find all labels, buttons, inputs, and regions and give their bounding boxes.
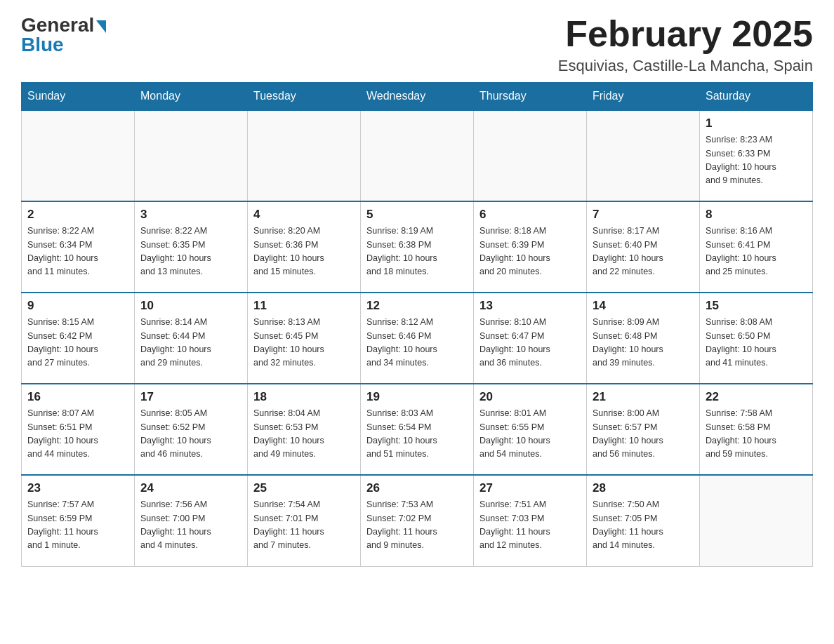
day-number: 6 xyxy=(479,208,581,222)
calendar-week-row: 1Sunrise: 8:23 AMSunset: 6:33 PMDaylight… xyxy=(22,110,813,201)
weekday-header: Thursday xyxy=(474,83,587,111)
calendar-week-row: 2Sunrise: 8:22 AMSunset: 6:34 PMDaylight… xyxy=(22,201,813,293)
day-number: 9 xyxy=(27,299,128,313)
calendar-cell: 21Sunrise: 8:00 AMSunset: 6:57 PMDayligh… xyxy=(587,384,700,475)
day-number: 28 xyxy=(593,481,694,495)
day-info: Sunrise: 7:51 AMSunset: 7:03 PMDaylight:… xyxy=(479,498,581,553)
calendar-cell: 12Sunrise: 8:12 AMSunset: 6:46 PMDayligh… xyxy=(361,293,474,384)
weekday-header: Saturday xyxy=(700,83,813,111)
calendar-cell: 22Sunrise: 7:58 AMSunset: 6:58 PMDayligh… xyxy=(700,384,813,475)
day-number: 14 xyxy=(593,299,694,313)
day-info: Sunrise: 8:23 AMSunset: 6:33 PMDaylight:… xyxy=(706,133,807,188)
calendar-cell: 16Sunrise: 8:07 AMSunset: 6:51 PMDayligh… xyxy=(22,384,135,475)
calendar-week-row: 16Sunrise: 8:07 AMSunset: 6:51 PMDayligh… xyxy=(22,384,813,475)
day-number: 8 xyxy=(706,208,807,222)
day-info: Sunrise: 8:03 AMSunset: 6:54 PMDaylight:… xyxy=(366,407,468,462)
calendar-cell xyxy=(361,110,474,201)
day-number: 19 xyxy=(366,390,468,404)
day-number: 10 xyxy=(140,299,241,313)
day-info: Sunrise: 8:20 AMSunset: 6:36 PMDaylight:… xyxy=(253,224,355,279)
day-number: 22 xyxy=(706,390,807,404)
weekday-header: Friday xyxy=(587,83,700,111)
weekday-header: Wednesday xyxy=(361,83,474,111)
day-number: 2 xyxy=(27,208,128,222)
title-section: February 2025 Esquivias, Castille-La Man… xyxy=(558,14,813,75)
day-info: Sunrise: 8:01 AMSunset: 6:55 PMDaylight:… xyxy=(479,407,581,462)
day-info: Sunrise: 8:05 AMSunset: 6:52 PMDaylight:… xyxy=(140,407,241,462)
month-title: February 2025 xyxy=(558,14,813,54)
day-number: 7 xyxy=(593,208,694,222)
day-number: 12 xyxy=(366,299,468,313)
calendar-cell xyxy=(587,110,700,201)
day-info: Sunrise: 7:56 AMSunset: 7:00 PMDaylight:… xyxy=(140,498,241,553)
day-info: Sunrise: 7:50 AMSunset: 7:05 PMDaylight:… xyxy=(593,498,694,553)
location-text: Esquivias, Castille-La Mancha, Spain xyxy=(558,57,813,75)
day-info: Sunrise: 8:04 AMSunset: 6:53 PMDaylight:… xyxy=(253,407,355,462)
calendar-week-row: 9Sunrise: 8:15 AMSunset: 6:42 PMDaylight… xyxy=(22,293,813,384)
calendar-week-row: 23Sunrise: 7:57 AMSunset: 6:59 PMDayligh… xyxy=(22,475,813,566)
day-info: Sunrise: 7:58 AMSunset: 6:58 PMDaylight:… xyxy=(706,407,807,462)
day-info: Sunrise: 8:08 AMSunset: 6:50 PMDaylight:… xyxy=(706,316,807,370)
calendar-cell: 26Sunrise: 7:53 AMSunset: 7:02 PMDayligh… xyxy=(361,475,474,566)
day-number: 17 xyxy=(140,390,241,404)
day-info: Sunrise: 8:13 AMSunset: 6:45 PMDaylight:… xyxy=(253,316,355,370)
day-number: 15 xyxy=(706,299,807,313)
page-header: General Blue February 2025 Esquivias, Ca… xyxy=(21,14,813,75)
calendar-cell: 28Sunrise: 7:50 AMSunset: 7:05 PMDayligh… xyxy=(587,475,700,566)
calendar-cell: 4Sunrise: 8:20 AMSunset: 6:36 PMDaylight… xyxy=(248,201,361,293)
day-info: Sunrise: 8:22 AMSunset: 6:35 PMDaylight:… xyxy=(140,224,241,279)
day-info: Sunrise: 8:16 AMSunset: 6:41 PMDaylight:… xyxy=(706,224,807,279)
calendar-cell: 13Sunrise: 8:10 AMSunset: 6:47 PMDayligh… xyxy=(474,293,587,384)
calendar-cell: 6Sunrise: 8:18 AMSunset: 6:39 PMDaylight… xyxy=(474,201,587,293)
calendar-cell xyxy=(248,110,361,201)
calendar-cell: 23Sunrise: 7:57 AMSunset: 6:59 PMDayligh… xyxy=(22,475,135,566)
day-info: Sunrise: 8:18 AMSunset: 6:39 PMDaylight:… xyxy=(479,224,581,279)
day-number: 13 xyxy=(479,299,581,313)
day-number: 11 xyxy=(253,299,355,313)
day-number: 16 xyxy=(27,390,128,404)
calendar-cell: 9Sunrise: 8:15 AMSunset: 6:42 PMDaylight… xyxy=(22,293,135,384)
weekday-header: Tuesday xyxy=(248,83,361,111)
calendar-cell: 3Sunrise: 8:22 AMSunset: 6:35 PMDaylight… xyxy=(135,201,248,293)
day-info: Sunrise: 8:07 AMSunset: 6:51 PMDaylight:… xyxy=(27,407,128,462)
day-info: Sunrise: 7:54 AMSunset: 7:01 PMDaylight:… xyxy=(253,498,355,553)
calendar-cell: 2Sunrise: 8:22 AMSunset: 6:34 PMDaylight… xyxy=(22,201,135,293)
day-info: Sunrise: 8:10 AMSunset: 6:47 PMDaylight:… xyxy=(479,316,581,370)
day-info: Sunrise: 8:12 AMSunset: 6:46 PMDaylight:… xyxy=(366,316,468,370)
logo-arrow-icon xyxy=(96,20,106,33)
weekday-header: Sunday xyxy=(22,83,135,111)
day-number: 25 xyxy=(253,481,355,495)
day-number: 23 xyxy=(27,481,128,495)
day-info: Sunrise: 8:15 AMSunset: 6:42 PMDaylight:… xyxy=(27,316,128,370)
calendar-cell: 14Sunrise: 8:09 AMSunset: 6:48 PMDayligh… xyxy=(587,293,700,384)
day-info: Sunrise: 7:53 AMSunset: 7:02 PMDaylight:… xyxy=(366,498,468,553)
day-number: 24 xyxy=(140,481,241,495)
day-number: 21 xyxy=(593,390,694,404)
day-info: Sunrise: 8:17 AMSunset: 6:40 PMDaylight:… xyxy=(593,224,694,279)
calendar-cell: 19Sunrise: 8:03 AMSunset: 6:54 PMDayligh… xyxy=(361,384,474,475)
calendar-table: SundayMondayTuesdayWednesdayThursdayFrid… xyxy=(21,82,813,567)
day-info: Sunrise: 8:09 AMSunset: 6:48 PMDaylight:… xyxy=(593,316,694,370)
logo-blue-text: Blue xyxy=(21,34,64,56)
day-info: Sunrise: 8:00 AMSunset: 6:57 PMDaylight:… xyxy=(593,407,694,462)
calendar-cell xyxy=(474,110,587,201)
calendar-cell: 1Sunrise: 8:23 AMSunset: 6:33 PMDaylight… xyxy=(700,110,813,201)
calendar-cell: 17Sunrise: 8:05 AMSunset: 6:52 PMDayligh… xyxy=(135,384,248,475)
calendar-cell: 8Sunrise: 8:16 AMSunset: 6:41 PMDaylight… xyxy=(700,201,813,293)
calendar-cell: 11Sunrise: 8:13 AMSunset: 6:45 PMDayligh… xyxy=(248,293,361,384)
logo: General Blue xyxy=(21,14,106,56)
calendar-cell: 25Sunrise: 7:54 AMSunset: 7:01 PMDayligh… xyxy=(248,475,361,566)
day-number: 3 xyxy=(140,208,241,222)
day-info: Sunrise: 8:19 AMSunset: 6:38 PMDaylight:… xyxy=(366,224,468,279)
calendar-cell: 27Sunrise: 7:51 AMSunset: 7:03 PMDayligh… xyxy=(474,475,587,566)
day-number: 26 xyxy=(366,481,468,495)
calendar-cell: 7Sunrise: 8:17 AMSunset: 6:40 PMDaylight… xyxy=(587,201,700,293)
day-number: 4 xyxy=(253,208,355,222)
day-number: 18 xyxy=(253,390,355,404)
calendar-header-row: SundayMondayTuesdayWednesdayThursdayFrid… xyxy=(22,83,813,111)
weekday-header: Monday xyxy=(135,83,248,111)
calendar-cell: 5Sunrise: 8:19 AMSunset: 6:38 PMDaylight… xyxy=(361,201,474,293)
calendar-cell: 10Sunrise: 8:14 AMSunset: 6:44 PMDayligh… xyxy=(135,293,248,384)
calendar-cell: 24Sunrise: 7:56 AMSunset: 7:00 PMDayligh… xyxy=(135,475,248,566)
day-number: 1 xyxy=(706,116,807,130)
